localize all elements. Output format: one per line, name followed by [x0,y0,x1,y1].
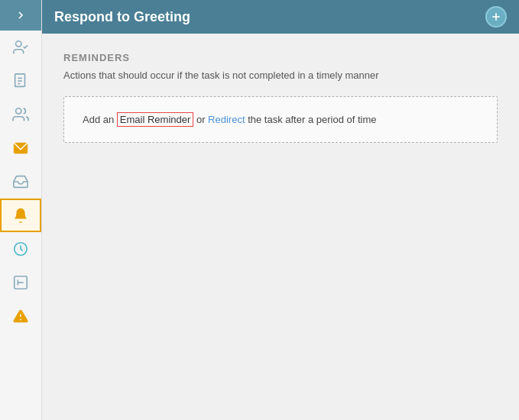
reminder-box: Add an Email Reminder or Redirect the ta… [63,96,498,143]
sidebar-item-email[interactable] [0,131,41,165]
sidebar-item-user-check[interactable] [0,31,41,64]
email-reminder-link[interactable]: Email Reminder [117,112,193,127]
svg-rect-1 [15,74,25,87]
sidebar-item-timer[interactable] [0,232,41,266]
reminder-text-middle: or [193,114,208,125]
svg-point-5 [16,108,21,114]
sidebar-toggle[interactable] [0,0,41,31]
add-button[interactable] [485,6,507,27]
sidebar [0,0,42,420]
sidebar-item-form[interactable] [0,266,41,299]
reminder-text-after: the task after a period of time [245,114,377,125]
redirect-link[interactable]: Redirect [208,114,245,125]
section-description: Actions that should occur if the task is… [63,69,498,81]
sidebar-item-users[interactable] [0,98,41,131]
svg-point-12 [20,319,21,321]
section-title: REMINDERS [63,52,498,63]
sidebar-item-document[interactable] [0,64,41,98]
svg-point-0 [16,41,21,47]
sidebar-item-reminders[interactable] [0,199,41,232]
header: Respond to Greeting [42,0,519,34]
sidebar-item-inbox[interactable] [0,165,41,199]
page-title: Respond to Greeting [54,9,190,25]
main-panel: Respond to Greeting REMINDERS Actions th… [42,0,519,420]
sidebar-item-warning[interactable] [0,299,41,333]
content-area: REMINDERS Actions that should occur if t… [42,34,519,420]
reminder-text-before: Add an [83,114,117,125]
